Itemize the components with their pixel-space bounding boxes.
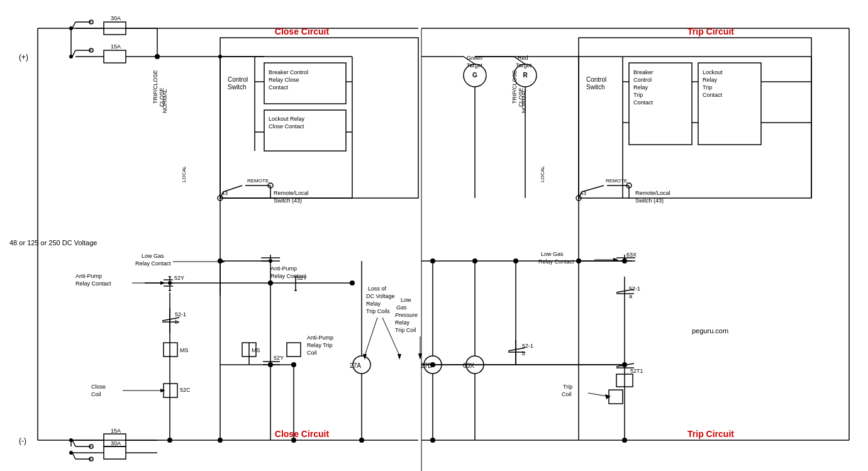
svg-point-145 (430, 438, 435, 443)
svg-text:Switch (43): Switch (43) (274, 197, 302, 204)
svg-text:Coil: Coil (307, 350, 317, 356)
svg-text:Breaker Control: Breaker Control (269, 69, 308, 75)
svg-text:Trip Circuit: Trip Circuit (687, 26, 734, 36)
svg-point-85 (268, 280, 273, 285)
svg-text:Relay: Relay (395, 319, 410, 326)
svg-text:Control: Control (228, 76, 248, 83)
svg-text:b: b (175, 319, 178, 325)
svg-text:a: a (629, 293, 632, 299)
svg-text:Loss of: Loss of (368, 285, 387, 292)
svg-point-89 (291, 362, 296, 367)
svg-text:Breaker: Breaker (633, 69, 654, 75)
svg-text:52C: 52C (180, 387, 191, 393)
svg-text:Relay: Relay (366, 301, 381, 307)
svg-text:52Y: 52Y (274, 355, 284, 361)
svg-text:TRIP/CLOSE: TRIP/CLOSE (152, 70, 159, 104)
svg-text:DC Voltage: DC Voltage (366, 293, 395, 299)
svg-text:Trip: Trip (563, 384, 572, 390)
svg-text:TRIP/CLOSE: TRIP/CLOSE (511, 70, 518, 104)
svg-text:Anti-Pump: Anti-Pump (307, 335, 333, 341)
svg-text:Lockout Relay: Lockout Relay (269, 116, 305, 122)
svg-text:Relay Trip: Relay Trip (307, 342, 333, 348)
svg-text:Coil: Coil (91, 391, 101, 397)
svg-text:Relay Close: Relay Close (269, 77, 299, 83)
svg-text:52T1: 52T1 (630, 368, 643, 374)
svg-text:(+): (+) (19, 53, 28, 62)
svg-text:Low Gas: Low Gas (142, 253, 164, 259)
svg-text:15A: 15A (111, 43, 121, 50)
svg-text:Relay Contact: Relay Contact (75, 280, 111, 287)
svg-text:Relay Contact: Relay Contact (135, 260, 171, 267)
svg-text:52-1: 52-1 (522, 343, 533, 349)
svg-text:48 or 125 or 250 DC Voltage: 48 or 125 or 250 DC Voltage (9, 239, 97, 247)
svg-text:Trip: Trip (703, 84, 712, 91)
svg-point-90 (218, 438, 223, 443)
svg-text:Target: Target (467, 62, 483, 69)
svg-text:Low Gas: Low Gas (541, 251, 564, 257)
svg-text:CLOSE: CLOSE (159, 87, 165, 107)
svg-point-88 (268, 362, 273, 367)
svg-text:Anti-Pump: Anti-Pump (75, 273, 102, 279)
svg-text:Trip Circuit: Trip Circuit (687, 429, 734, 439)
svg-point-172 (69, 451, 73, 455)
svg-text:Relay: Relay (703, 77, 718, 83)
svg-text:LOCAL: LOCAL (181, 165, 187, 182)
svg-text:peguru.com: peguru.com (692, 327, 728, 335)
svg-text:30A: 30A (111, 440, 121, 446)
svg-text:Trip Coil: Trip Coil (395, 327, 416, 333)
svg-text:52-1: 52-1 (175, 311, 186, 318)
svg-text:63X: 63X (626, 252, 637, 258)
svg-text:Relay Contact: Relay Contact (538, 258, 574, 265)
svg-text:G: G (472, 72, 477, 79)
svg-text:Remote/Local: Remote/Local (635, 190, 670, 196)
svg-text:15A: 15A (111, 428, 121, 434)
svg-text:Switch: Switch (586, 84, 604, 91)
svg-text:Close Circuit: Close Circuit (275, 429, 330, 439)
svg-text:MS: MS (252, 347, 260, 353)
svg-text:Close Contact: Close Contact (269, 123, 304, 130)
svg-text:Control: Control (633, 77, 652, 83)
svg-text:27A: 27A (350, 362, 361, 369)
svg-text:Red: Red (518, 55, 528, 61)
svg-text:43: 43 (221, 190, 228, 196)
svg-text:Switch: Switch (228, 84, 246, 91)
svg-text:Pressure: Pressure (395, 312, 418, 318)
svg-point-150 (430, 258, 435, 263)
svg-text:Anti-Pump: Anti-Pump (270, 265, 297, 272)
svg-text:Contact: Contact (703, 92, 723, 98)
diagram-canvas: Close Circuit Close Circuit Trip Circuit… (0, 0, 868, 471)
svg-text:Switch (43): Switch (43) (635, 197, 664, 204)
svg-text:Trip Coils: Trip Coils (366, 308, 390, 314)
svg-text:Remote/Local: Remote/Local (274, 190, 309, 196)
svg-text:27B: 27B (421, 362, 432, 369)
svg-text:52Y: 52Y (174, 275, 184, 281)
svg-text:LOCAL: LOCAL (540, 165, 545, 182)
svg-point-165 (69, 438, 73, 442)
svg-text:REMOTE: REMOTE (247, 178, 269, 184)
svg-text:Control: Control (586, 76, 606, 83)
svg-text:Trip: Trip (633, 92, 643, 98)
svg-text:43: 43 (580, 190, 586, 196)
svg-text:Close Circuit: Close Circuit (275, 26, 330, 36)
svg-point-58 (168, 281, 172, 285)
svg-text:Contact: Contact (633, 99, 654, 106)
svg-text:CLOSE: CLOSE (518, 87, 524, 107)
svg-text:30A: 30A (111, 15, 121, 21)
svg-text:R: R (523, 72, 528, 79)
svg-text:Gas: Gas (396, 304, 407, 311)
svg-point-70 (350, 280, 355, 285)
svg-text:52Y: 52Y (297, 275, 307, 281)
svg-text:63X: 63X (463, 362, 474, 369)
svg-text:MS: MS (180, 347, 189, 353)
svg-text:Coil: Coil (562, 391, 572, 397)
svg-text:Contact: Contact (269, 84, 289, 91)
svg-rect-0 (0, 0, 868, 471)
svg-text:(-): (-) (19, 436, 26, 445)
svg-text:Target: Target (516, 62, 532, 69)
svg-point-151 (472, 258, 477, 263)
svg-text:52-1: 52-1 (629, 285, 640, 292)
svg-text:b: b (522, 350, 525, 357)
svg-text:REMOTE: REMOTE (606, 178, 627, 184)
svg-point-158 (622, 438, 627, 443)
svg-text:Relay: Relay (633, 84, 648, 91)
